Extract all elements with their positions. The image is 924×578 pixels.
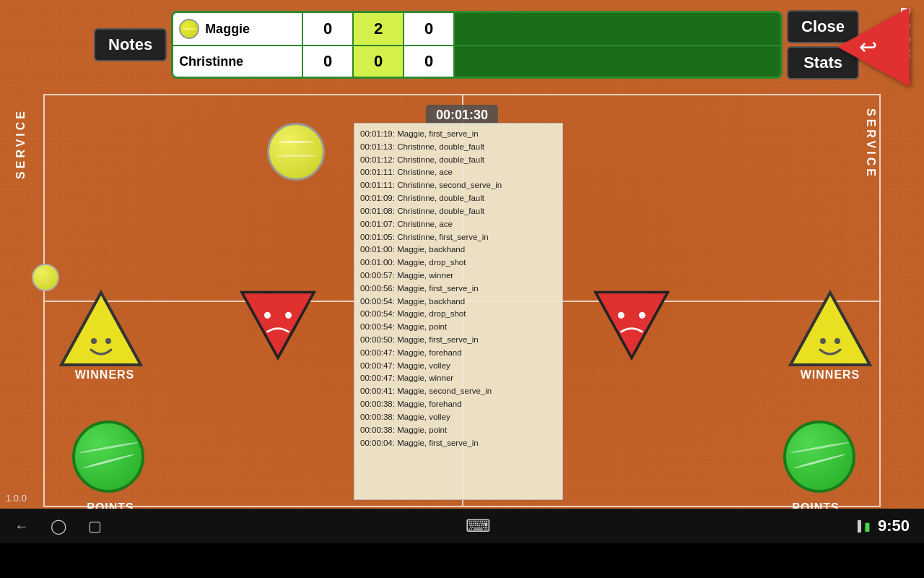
log-entry: 00:00:38: Maggie, volley	[360, 411, 557, 424]
serve-indicator-maggie	[179, 19, 199, 39]
svg-point-2	[91, 338, 97, 344]
player-name-maggie: Maggie	[173, 13, 303, 45]
log-entry: 00:00:54: Maggie, point	[360, 321, 557, 334]
player-name-christinne: Christinne	[173, 46, 303, 77]
log-entry: 00:01:08: Christinne, double_fault	[360, 205, 557, 218]
log-entry: 00:01:07: Christinne, ace	[360, 218, 557, 231]
error-triangle-center-left[interactable]	[238, 289, 318, 364]
version-label: 1.0.0	[6, 493, 27, 504]
log-entry: 00:00:47: Maggie, winner	[360, 372, 557, 385]
log-entry: 00:00:54: Maggie, backhand	[360, 296, 557, 309]
svg-point-5	[264, 312, 271, 319]
log-entry: 00:01:00: Maggie, drop_shot	[360, 256, 557, 269]
home-nav-icon[interactable]: ◯	[51, 517, 66, 535]
log-entry: 00:00:57: Maggie, winner	[360, 269, 557, 282]
scoreboard: Maggie 0 2 0 Christinne 0 0 0	[171, 11, 783, 79]
signal-icon: ▐	[854, 520, 861, 532]
log-entry: 00:01:09: Christinne, double_fault	[360, 192, 557, 205]
error-triangle-center-right[interactable]	[592, 289, 671, 364]
log-entry: 00:01:11: Christinne, ace	[360, 166, 557, 179]
log-entry: 00:01:05: Christinne, first_serve_in	[360, 231, 557, 244]
battery-icon: ▮	[864, 519, 871, 533]
log-entry: 00:01:12: Christinne, double_fault	[360, 154, 557, 167]
winners-label-left: WINNERS	[58, 368, 152, 381]
recents-nav-icon[interactable]: ▢	[88, 517, 102, 535]
log-entry: 00:00:54: Maggie, drop_shot	[360, 308, 557, 321]
score-maggie-0[interactable]: 0	[303, 13, 354, 45]
clock-display: 9:50	[878, 517, 910, 535]
log-entry: 00:00:04: Maggie, first_serve_in	[360, 437, 557, 450]
log-entry: 00:00:47: Maggie, forehand	[360, 347, 557, 360]
winners-label-right: WINNERS	[780, 368, 881, 381]
log-entry: 00:01:11: Christinne, second_serve_in	[360, 179, 557, 192]
svg-marker-7	[596, 293, 668, 358]
log-entry: 00:00:38: Maggie, forehand	[360, 398, 557, 411]
signal-area: ▐ ▮	[854, 519, 871, 533]
svg-point-8	[618, 312, 624, 319]
score-maggie-1[interactable]: 2	[354, 13, 404, 45]
back-button[interactable]: ↩	[837, 7, 917, 87]
notes-log[interactable]: 00:01:19: Maggie, first_serve_in00:01:13…	[354, 123, 563, 500]
nav-bar: ← ◯ ▢ ⌨ ▐ ▮ 9:50	[0, 509, 924, 543]
log-entry: 00:01:13: Christinne, double_fault	[360, 141, 557, 154]
tennis-ball-top-center	[267, 123, 325, 181]
player-row-christinne: Christinne 0 0 0	[173, 45, 780, 77]
svg-point-9	[639, 312, 645, 319]
svg-point-3	[105, 338, 111, 344]
service-label-left: SERVICE	[14, 108, 27, 179]
back-nav-icon[interactable]: ←	[14, 518, 29, 535]
log-entry: 00:01:00: Maggie, backhand	[360, 243, 557, 256]
score-maggie-2[interactable]: 0	[404, 13, 455, 45]
points-circle-left[interactable]	[72, 420, 144, 493]
svg-point-6	[285, 312, 292, 319]
log-entry: 00:00:50: Maggie, first_serve_in	[360, 334, 557, 347]
keyboard-icon[interactable]: ⌨	[466, 516, 491, 536]
winners-triangle-right[interactable]	[787, 289, 873, 371]
score-christinne-1[interactable]: 0	[354, 46, 404, 77]
svg-marker-4	[242, 293, 314, 358]
notes-button[interactable]: Notes	[94, 28, 167, 61]
log-entry: 00:00:38: Maggie, point	[360, 424, 557, 437]
points-circle-right[interactable]	[783, 420, 855, 493]
log-entry: 00:01:19: Maggie, first_serve_in	[360, 128, 557, 141]
player-row-maggie: Maggie 0 2 0	[173, 13, 780, 45]
score-christinne-0[interactable]: 0	[303, 46, 354, 77]
score-christinne-2[interactable]: 0	[404, 46, 455, 77]
log-entry: 00:00:47: Maggie, volley	[360, 360, 557, 373]
winners-triangle-left[interactable]	[58, 289, 144, 371]
tennis-ball-left	[32, 264, 59, 291]
log-entry: 00:00:41: Maggie, second_serve_in	[360, 385, 557, 398]
log-entry: 00:00:56: Maggie, first_serve_in	[360, 282, 557, 296]
svg-point-12	[834, 338, 840, 344]
svg-point-11	[820, 338, 826, 344]
